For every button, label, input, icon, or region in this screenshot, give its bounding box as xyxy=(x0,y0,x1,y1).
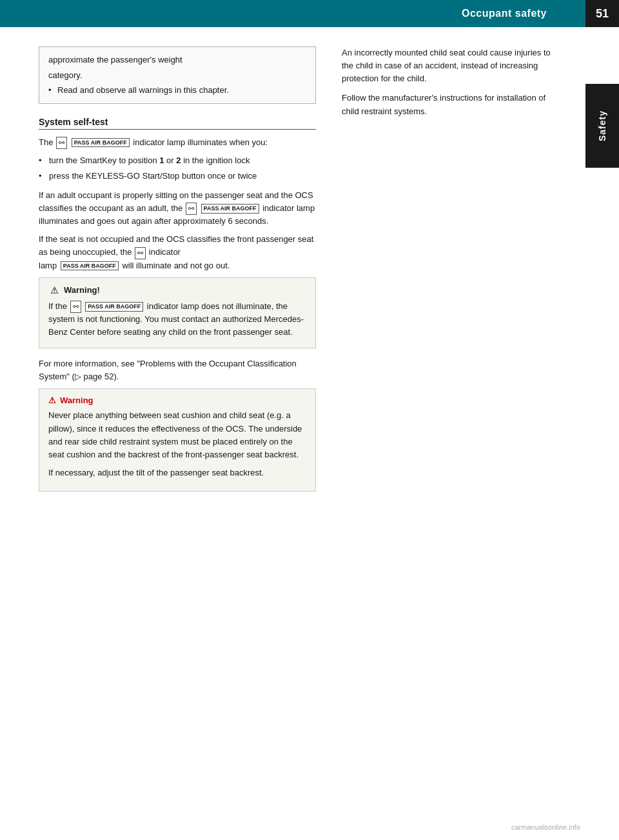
para1: The ⚯ PASS AIR BAG OFF indicator lamp il… xyxy=(39,136,316,149)
person-icon-2: ⚯ xyxy=(186,203,197,215)
bullet-item-2: • press the KEYLESS-GO Start/Stop button… xyxy=(39,170,316,183)
right-para1: An incorrectly mounted child seat could … xyxy=(342,46,555,85)
bullet-dot: • xyxy=(39,154,45,167)
para1-suffix: indicator lamp illuminates when you: xyxy=(133,137,268,147)
bullet-dot-2: • xyxy=(39,170,45,183)
warning-title-1: ⚠ Warning! xyxy=(48,285,306,296)
para4: For more information, see "Problems with… xyxy=(39,357,316,383)
pass-airbag-icon: PASS AIR BAG OFF xyxy=(72,138,130,148)
warning-box-2: ⚠ Warning Never place anything between s… xyxy=(39,388,316,492)
intro-note-box: approximate the passenger's weight categ… xyxy=(39,46,316,104)
bullet-dot: • xyxy=(48,84,54,97)
content-area: approximate the passenger's weight categ… xyxy=(0,27,619,520)
person-icon-3: ⚯ xyxy=(135,247,146,259)
intro-bullet: • Read and observe all warnings in this … xyxy=(48,84,306,97)
right-column: An incorrectly mounted child seat could … xyxy=(335,46,555,501)
warning-body-1: If the ⚯ PASS AIR BAG OFF indicator lamp… xyxy=(48,300,306,339)
lamp-label: lamp xyxy=(39,261,59,270)
warning-triangle-icon-2: ⚠ xyxy=(48,395,56,405)
para2: If an adult occupant is properly sitting… xyxy=(39,189,316,228)
para3: If the seat is not occupied and the OCS … xyxy=(39,233,316,272)
para3-suffix: indicator xyxy=(149,247,181,257)
pass-airbag-icon-warn: PASS AIR BAG OFF xyxy=(85,302,143,312)
warning-box-1: ⚠ Warning! If the ⚯ PASS AIR BAG OFF ind… xyxy=(39,277,316,348)
person-icon-warn: ⚯ xyxy=(70,301,81,313)
right-para2: Follow the manufacturer's instructions f… xyxy=(342,92,555,117)
warning-label-1: Warning! xyxy=(64,285,100,295)
intro-line2: category. xyxy=(48,69,306,82)
person-icon: ⚯ xyxy=(56,137,67,149)
pass-airbag-icon-3: PASS AIR BAG OFF xyxy=(61,261,119,271)
para3-end: will illuminate and not go out. xyxy=(122,261,230,270)
warning-label-2: Warning xyxy=(60,395,93,405)
para1-prefix: The xyxy=(39,137,53,147)
header-title: Occupant safety xyxy=(462,8,585,19)
pass-airbag-icon-2: PASS AIR BAG OFF xyxy=(201,204,259,214)
bullet-item-1: • turn the SmartKey to position 1 or 2 i… xyxy=(39,154,316,167)
warning-body-2a: Never place anything between seat cushio… xyxy=(48,409,306,461)
header-bar: Occupant safety 51 xyxy=(0,0,619,27)
warning-title-2: ⚠ Warning xyxy=(48,395,306,405)
side-tab-safety: Safety xyxy=(585,84,619,168)
section-heading: System self-test xyxy=(39,117,316,130)
left-column: approximate the passenger's weight categ… xyxy=(39,46,316,501)
bullet-text-1: turn the SmartKey to position 1 or 2 in … xyxy=(49,154,250,167)
warning-body-2b: If necessary, adjust the tilt of the pas… xyxy=(48,466,306,479)
bullet-text-2: press the KEYLESS-GO Start/Stop button o… xyxy=(49,170,257,183)
intro-line1: approximate the passenger's weight xyxy=(48,54,306,66)
footer-url: carmanualsonline.info xyxy=(511,823,580,831)
page-number: 51 xyxy=(585,0,619,27)
intro-bullet-text: Read and observe all warnings in this ch… xyxy=(57,84,229,97)
warning-triangle-icon: ⚠ xyxy=(48,285,60,296)
